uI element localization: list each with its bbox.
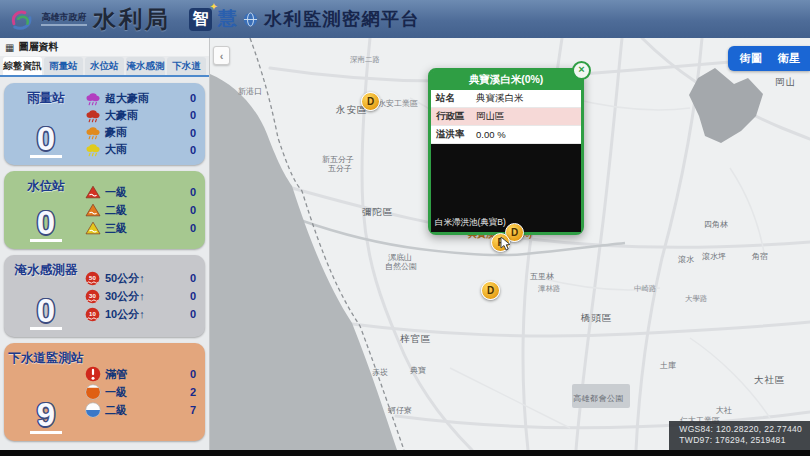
panel-waterlevel: 水位站0一級0二級0三級0 <box>4 171 205 249</box>
panel-item-list: 一級0二級0三級0 <box>84 178 199 242</box>
panel-count[interactable]: 9 <box>30 399 62 434</box>
basemap-button-衛星[interactable]: 衛星 <box>770 48 808 69</box>
map-label: 新港口 <box>238 86 262 97</box>
panel-item-超大豪雨: 超大豪雨0 <box>84 90 199 106</box>
panel-item-list: 滿管0一級2二級7 <box>84 350 199 434</box>
cloud-icon <box>84 125 101 140</box>
popup-title: 典寶溪白米(0%) <box>431 71 581 90</box>
map-canvas[interactable]: 永安區永安工業區新港口深南二路新五分子五分子彌陀區漯底山自然公園梓官區典寶赤崁蚵… <box>210 38 810 450</box>
item-value: 7 <box>190 404 199 416</box>
smart-logo-badge: 智 ✦ <box>189 8 212 31</box>
map-label: 土庫 <box>660 360 676 371</box>
map-marker-D[interactable]: D <box>481 281 500 300</box>
popup-close-button[interactable]: × <box>572 61 591 80</box>
layer-data-header[interactable]: ▦ 圖層資料 <box>0 38 209 56</box>
panel-rain: 雨量站0超大豪雨0大豪雨0豪雨0大雨0 <box>4 83 205 165</box>
panel-title: 雨量站 <box>27 90 65 107</box>
panel-item-三級: 三級0 <box>84 220 199 237</box>
kaohsiung-gov-logo-icon <box>8 6 35 33</box>
popup-row-value: 0.00 % <box>476 129 576 140</box>
panel-item-10公分↑: 1010公分↑0 <box>84 306 199 323</box>
sidebar-tabs: 綜整資訊雨量站水位站淹水感測下水道 <box>0 56 209 77</box>
panel-item-list: 5050公分↑03030公分↑01010公分↑0 <box>84 262 199 330</box>
reservoir <box>689 68 763 143</box>
map-marker-D[interactable]: D <box>361 92 380 111</box>
layers-icon: ▦ <box>5 42 14 53</box>
panel-title: 水位站 <box>27 178 65 195</box>
map-label: 角宿 <box>752 251 768 262</box>
map-label: 岡山 <box>775 76 796 89</box>
svg-text:30: 30 <box>89 291 96 298</box>
panel-count[interactable]: 0 <box>30 207 62 242</box>
map-label: 永安工業區 <box>378 98 418 109</box>
popup-row-溢洪率: 溢洪率0.00 % <box>431 126 581 144</box>
popup-row-key: 行政區 <box>436 110 476 123</box>
map-label: 滾水 <box>678 254 694 265</box>
map-label: 深南二路 <box>350 55 380 65</box>
panel-item-大豪雨: 大豪雨0 <box>84 107 199 123</box>
item-label: 30公分↑ <box>105 289 186 304</box>
cctv-caption: 白米滯洪池(典寶B) <box>435 217 506 229</box>
item-label: 超大豪雨 <box>105 91 186 106</box>
item-value: 0 <box>190 272 199 284</box>
item-label: 大雨 <box>105 142 186 157</box>
platform-hui-char: 慧 <box>218 6 237 32</box>
panel-item-二級: 二級0 <box>84 202 199 219</box>
item-label: 50公分↑ <box>105 271 186 286</box>
panel-floodsensor: 淹水感測器05050公分↑03030公分↑01010公分↑0 <box>4 255 205 337</box>
map-label: 自然公園 <box>385 261 417 272</box>
item-label: 大豪雨 <box>105 108 186 123</box>
panel-summary: 淹水感測器0 <box>8 262 84 330</box>
tab-淹水感測[interactable]: 淹水感測 <box>126 57 165 75</box>
panel-count[interactable]: 0 <box>30 123 62 158</box>
popup-row-key: 溢洪率 <box>436 128 476 141</box>
panel-item-50公分↑: 5050公分↑0 <box>84 270 199 287</box>
tab-下水道[interactable]: 下水道 <box>167 57 206 75</box>
tab-綜整資訊[interactable]: 綜整資訊 <box>3 57 42 75</box>
item-value: 0 <box>190 222 199 234</box>
map-label: 典寶 <box>410 365 426 376</box>
popup-info-table: 站名典寶溪白米行政區岡山區溢洪率0.00 % <box>431 90 581 144</box>
tab-雨量站[interactable]: 雨量站 <box>44 57 83 75</box>
cloud-icon <box>84 142 101 157</box>
sea <box>210 74 397 450</box>
item-value: 0 <box>190 308 199 320</box>
map-label: 彌陀區 <box>362 206 394 219</box>
tab-水位站[interactable]: 水位站 <box>85 57 124 75</box>
panel-item-豪雨: 豪雨0 <box>84 125 199 141</box>
popup-row-站名: 站名典寶溪白米 <box>431 90 581 108</box>
svg-text:10: 10 <box>89 309 96 316</box>
cloud-icon <box>84 108 101 123</box>
panel-item-30公分↑: 3030公分↑0 <box>84 288 199 305</box>
wgs84-coords: WGS84: 120.28220, 22.77440 <box>679 424 802 435</box>
panel-item-一級: 一級0 <box>84 184 199 201</box>
map-label: 梓官區 <box>400 333 432 346</box>
panel-item-一級: 一級2 <box>84 384 199 401</box>
map-label: 橋頭區 <box>581 312 613 325</box>
app-header: 高雄市政府 水利局 智 ✦ 慧 水利監測密網平台 <box>0 0 810 38</box>
map-label: 中崎路 <box>634 284 657 294</box>
panel-count[interactable]: 0 <box>30 295 62 330</box>
map-label: 赤崁 <box>372 367 388 378</box>
item-label: 二級 <box>105 403 186 418</box>
cctv-video-frame: 白米滯洪池(典寶B) <box>431 144 581 232</box>
layer-label: 圖層資料 <box>18 40 58 54</box>
item-label: 滿管 <box>105 367 186 382</box>
platform-title: 水利監測密網平台 <box>264 7 420 31</box>
item-label: 豪雨 <box>105 125 186 140</box>
panel-sewer: 下水道監測站9滿管0一級2二級7 <box>4 343 205 441</box>
item-value: 0 <box>190 144 199 156</box>
fill-high-icon <box>84 384 101 400</box>
item-value: 0 <box>190 186 199 198</box>
map-label: 五分子 <box>328 163 352 174</box>
popup-row-key: 站名 <box>436 92 476 105</box>
gauge-icon: 30 <box>84 289 101 304</box>
panel-item-二級: 二級7 <box>84 402 199 419</box>
item-label: 一級 <box>105 385 186 400</box>
triangle-icon <box>84 203 101 217</box>
panel-summary: 雨量站0 <box>8 90 84 158</box>
basemap-button-街圖[interactable]: 街圖 <box>732 48 770 69</box>
triangle-icon <box>84 185 101 199</box>
coordinates-readout: WGS84: 120.28220, 22.77440 TWD97: 176294… <box>669 421 810 450</box>
sidebar-collapse-button[interactable]: ‹ <box>213 46 230 65</box>
